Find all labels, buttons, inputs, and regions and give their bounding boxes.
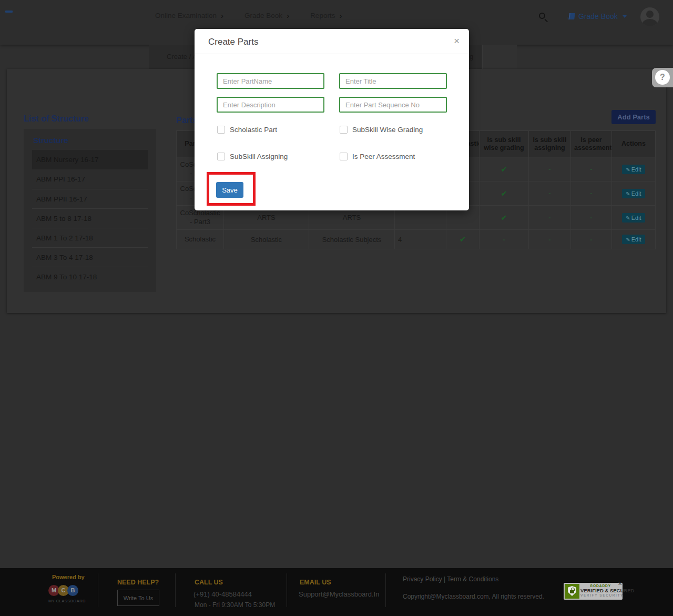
check-icon: ✔ bbox=[480, 181, 529, 206]
cell-is-assigning: - bbox=[529, 230, 571, 249]
cell-is-peer: - bbox=[571, 181, 612, 206]
need-help-label: NEED HELP? bbox=[117, 579, 159, 586]
check-icon: ✔ bbox=[480, 157, 529, 181]
structure-item-abm-9to10[interactable]: ABM 9 To 10 17-18 bbox=[32, 267, 148, 286]
title-input[interactable] bbox=[339, 73, 447, 89]
write-to-us-button[interactable]: Write To Us bbox=[117, 590, 159, 606]
nav-online-examination[interactable]: Online Examination › bbox=[155, 11, 223, 20]
checkbox-icon bbox=[340, 153, 348, 160]
edit-label: Edit bbox=[631, 215, 641, 221]
powered-by-label: Powered by bbox=[52, 574, 85, 580]
modal-header: Create Parts × bbox=[195, 29, 469, 54]
caret-down-icon bbox=[623, 15, 627, 18]
close-icon[interactable]: × bbox=[454, 35, 460, 47]
edit-button[interactable]: ✎Edit bbox=[622, 189, 645, 198]
shield-badge bbox=[565, 584, 579, 599]
add-parts-button[interactable]: Add Parts bbox=[611, 110, 656, 124]
is-peer-assessment-checkbox[interactable]: Is Peer Assessment bbox=[340, 153, 415, 160]
privacy-policy-link[interactable]: Privacy Policy bbox=[403, 575, 442, 583]
brand-name: MY CLASSBOARD bbox=[48, 599, 86, 603]
chevron-right-icon: › bbox=[221, 11, 223, 20]
subskill-wise-grading-checkbox[interactable]: SubSkill Wise Grading bbox=[340, 126, 423, 134]
scholastic-part-checkbox[interactable]: Scholastic Part bbox=[217, 126, 277, 134]
phone-number: (+91) 40-48584444 bbox=[193, 590, 252, 598]
godaddy-verified-seal[interactable]: GODADDY VERIFIED & SECURED VERIFY SECURI… bbox=[564, 583, 623, 600]
save-button[interactable]: Save bbox=[216, 182, 243, 198]
structure-item-abm-nursery[interactable]: ABM Nursery 16-17 bbox=[32, 150, 148, 169]
nav-reports[interactable]: Reports › bbox=[310, 11, 342, 20]
edit-button[interactable]: ✎Edit bbox=[622, 235, 645, 244]
structure-item-abm-ppii[interactable]: ABM PPII 16-17 bbox=[32, 189, 148, 208]
checkbox-icon bbox=[340, 126, 348, 134]
cell-description: Scholastic Subjects bbox=[309, 230, 395, 249]
help-widget[interactable]: ? bbox=[652, 68, 673, 87]
cell-is-assigning: - bbox=[529, 181, 571, 206]
cell-is-peer: - bbox=[571, 230, 612, 249]
cell-is-peer: - bbox=[571, 206, 612, 230]
edit-button[interactable]: ✎Edit bbox=[622, 165, 645, 174]
tab-segment[interactable] bbox=[482, 45, 517, 69]
office-hours: Mon - Fri 9:30AM To 5:30PM bbox=[195, 601, 275, 609]
edit-label: Edit bbox=[631, 190, 641, 197]
check-icon: ✔ bbox=[480, 206, 529, 230]
cell-is-peer: - bbox=[571, 157, 612, 181]
col-is-peer: Is peer assessment bbox=[571, 131, 612, 157]
checkbox-label: Scholastic Part bbox=[230, 126, 277, 134]
checkbox-label: SubSkill Wise Grading bbox=[352, 126, 423, 134]
structure-panel-header: Structure bbox=[24, 129, 156, 150]
search-icon[interactable] bbox=[539, 13, 545, 19]
terms-link[interactable]: Term & Conditions bbox=[447, 575, 498, 583]
structure-item-abm-5to8[interactable]: ABM 5 to 8 17-18 bbox=[32, 208, 148, 228]
description-input[interactable] bbox=[217, 97, 324, 113]
mcb-logo: M C B bbox=[48, 585, 77, 596]
seal-text: GODADDY VERIFIED & SECURED VERIFY SECURI… bbox=[580, 584, 620, 597]
edit-label: Edit bbox=[631, 236, 641, 243]
shield-icon bbox=[568, 586, 576, 596]
seal-close-icon[interactable]: ✕ bbox=[618, 581, 622, 587]
logo-letter-b: B bbox=[67, 585, 78, 596]
email-us-label: EMAIL US bbox=[300, 579, 331, 586]
pencil-icon: ✎ bbox=[626, 191, 630, 197]
edit-button[interactable]: ✎Edit bbox=[622, 213, 645, 223]
chevron-right-icon: › bbox=[287, 11, 289, 20]
nav-label: Reports bbox=[310, 12, 335, 19]
separator: | bbox=[444, 575, 445, 583]
partname-input[interactable] bbox=[217, 73, 324, 89]
modal-title: Create Parts bbox=[208, 37, 258, 47]
checkbox-label: SubSkill Assigning bbox=[230, 153, 288, 160]
edit-label: Edit bbox=[631, 166, 641, 173]
checkbox-label: Is Peer Assessment bbox=[352, 153, 415, 160]
support-email: Support@Myclassboard.In bbox=[299, 590, 379, 598]
nav-label: Online Examination bbox=[155, 12, 217, 19]
list-of-structure-title: List of Structure bbox=[24, 114, 89, 124]
col-is-grading: Is sub skill wise grading bbox=[480, 131, 529, 157]
seal-brand: GODADDY bbox=[580, 584, 620, 588]
tab-fragment[interactable]: g bbox=[470, 53, 473, 60]
book-icon bbox=[567, 13, 575, 19]
structure-panel: Structure ABM Nursery 16-17 ABM PPI 16-1… bbox=[24, 129, 156, 292]
call-us-label: CALL US bbox=[195, 579, 223, 586]
cell-title: Scholastic bbox=[224, 230, 309, 249]
structure-item-abm-3to4[interactable]: ABM 3 To 4 17-18 bbox=[32, 247, 148, 267]
seal-line2: VERIFY SECURITY bbox=[580, 593, 620, 597]
structure-list: ABM Nursery 16-17 ABM PPI 16-17 ABM PPII… bbox=[24, 150, 156, 286]
module-dropdown-label: Grade Book bbox=[578, 12, 618, 21]
pencil-icon: ✎ bbox=[626, 215, 630, 221]
chevron-right-icon: › bbox=[339, 11, 342, 20]
help-icon: ? bbox=[655, 70, 670, 85]
create-parts-modal: Create Parts × Scholastic Part SubSkill … bbox=[195, 29, 469, 210]
footer-divider bbox=[98, 573, 98, 607]
cell-is-assigning: - bbox=[529, 157, 571, 181]
checkbox-icon bbox=[217, 153, 225, 160]
col-is-assigning: Is sub skill assigning bbox=[529, 131, 571, 157]
footer-divider bbox=[287, 573, 287, 607]
legal-links: Privacy Policy | Term & Conditions bbox=[403, 575, 498, 583]
cell-partname: Scholastic bbox=[177, 230, 224, 249]
user-avatar[interactable] bbox=[640, 7, 659, 26]
sequence-input[interactable] bbox=[339, 97, 447, 113]
structure-item-abm-1to2[interactable]: ABM 1 To 2 17-18 bbox=[32, 228, 148, 247]
nav-grade-book[interactable]: Grade Book › bbox=[244, 11, 289, 20]
module-dropdown[interactable]: Grade Book bbox=[568, 12, 627, 21]
subskill-assigning-checkbox[interactable]: SubSkill Assigning bbox=[217, 153, 288, 160]
structure-item-abm-ppi[interactable]: ABM PPI 16-17 bbox=[32, 169, 148, 189]
